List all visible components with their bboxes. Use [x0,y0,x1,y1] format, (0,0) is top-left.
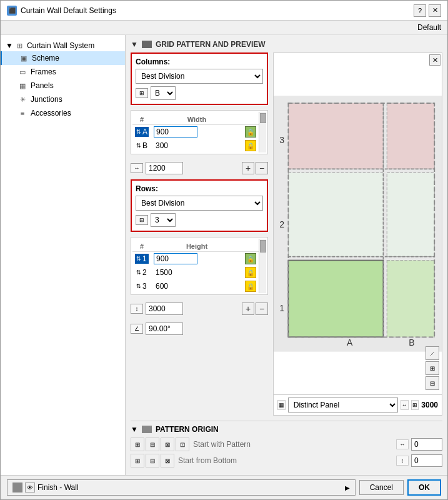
row-scrollbar-thumb [260,240,266,252]
col-data-table: # Width [132,114,259,152]
origin-icons-1: ⊞ ⊟ ⊠ ⊡ [131,438,189,451]
origin-value-icon-2: ↕ [396,456,409,466]
finish-label: Finish - Wall [37,483,79,492]
row-remove-button[interactable]: − [256,302,268,315]
sidebar-section-curtain[interactable]: ▼ ⊞ Curtain Wall System [1,40,125,51]
col-row-B-lock[interactable]: 🔒 [245,140,256,151]
dialog: ⬛ Curtain Wall Default Settings ? ✕ Defa… [0,0,448,500]
preview-close-button[interactable]: ✕ [429,54,441,66]
sidebar-item-frames[interactable]: ▭ Frames [1,65,125,79]
row-1-lock[interactable]: 🔒 [245,253,256,264]
pattern-origin-icon [142,426,152,433]
row-1-value-cell [151,252,242,266]
svg-rect-5 [288,260,383,337]
title-bar: ⬛ Curtain Wall Default Settings ? ✕ [1,1,447,21]
pattern-origin-chevron[interactable]: ▼ [131,425,138,434]
row-total-input[interactable] [146,302,183,315]
finish-button[interactable]: 👁 Finish - Wall ▶ [7,479,356,496]
origin-icon-btn-6[interactable]: ⊟ [146,454,159,468]
row-1-input[interactable] [154,253,197,264]
view-icon-2[interactable]: ⊞ [426,361,439,375]
origin-icon-btn-1[interactable]: ⊞ [131,438,144,451]
sidebar-item-accessories[interactable]: ≡ Accessories [1,106,125,120]
svg-rect-3 [288,172,383,257]
cancel-button[interactable]: Cancel [359,480,404,495]
row-2-num: 2 [142,268,147,277]
col-add-remove: + − [242,162,268,174]
angle-row: ∠ [131,322,268,335]
grid-collapse-chevron[interactable]: ▼ [131,40,138,49]
origin-value-group-2: ↕ [396,454,442,467]
columns-select[interactable]: Best Division Fixed Size Manual [136,69,263,84]
start-from-bottom-label: Start from Bottom [178,456,392,465]
close-button[interactable]: ✕ [429,4,441,17]
col-row-B-cell: ⇅ B [132,139,151,152]
col-table-container: # Width [131,110,268,154]
origin-value-2-input[interactable] [411,454,442,467]
main-content: ▼ GRID PATTERN AND PREVIEW Columns: Best… [126,35,447,475]
origin-value-1-input[interactable] [411,438,442,451]
row-table-inner: # Height [132,239,259,293]
row-2-spinner[interactable]: ⇅ [136,269,141,276]
col-row-A-input[interactable] [154,126,197,138]
col-total-input[interactable] [146,162,183,174]
origin-icon-btn-2[interactable]: ⊟ [146,438,159,451]
row-2-lock-cell: 🔒 [242,266,259,279]
help-button[interactable]: ? [414,4,426,17]
sidebar-label-accessories: Accessories [31,109,71,118]
ok-button[interactable]: OK [407,479,441,496]
distinct-panel-select[interactable]: Distinct Panel All Panels [288,398,398,412]
rows-row-controls: ⊟ 3 1 2 4 [136,213,263,227]
origin-icon-btn-7[interactable]: ⊠ [161,454,174,468]
grid-section-header: ▼ GRID PATTERN AND PREVIEW [131,40,442,49]
angle-input[interactable] [146,322,183,335]
origin-icon-btn-4[interactable]: ⊡ [176,438,189,451]
sidebar-item-scheme[interactable]: ▣ Scheme [1,51,125,65]
col-row-A-lock[interactable]: 🔒 [245,126,256,138]
origin-row-start-bottom: ⊞ ⊟ ⊠ Start from Bottom ↕ [131,454,442,468]
col-letter-select[interactable]: B A [151,86,176,100]
left-panel: Columns: Best Division Fixed Size Manual… [131,52,268,416]
col-row-A-spinner[interactable]: ⇅ [136,129,141,135]
col-label-B: B [409,338,414,348]
row-add-button[interactable]: + [242,302,254,315]
origin-row-start-pattern: ⊞ ⊟ ⊠ ⊡ Start with Pattern ↔ [131,438,442,451]
col-total-icon: ↔ [131,163,143,173]
col-row-B-value: 300 [154,141,170,151]
row-label-1: 1 [279,303,284,313]
sidebar-item-panels[interactable]: ▦ Panels [1,79,125,92]
origin-icon-btn-3[interactable]: ⊠ [161,438,174,451]
default-bar: Default [1,21,447,35]
view-icon-3[interactable]: ⊟ [426,376,439,390]
origin-icon-btn-5[interactable]: ⊞ [131,454,144,468]
col-row-A-selected: ⇅ A [132,125,151,139]
view-icon-1[interactable]: ⟋ [426,346,439,360]
row-3-lock[interactable]: 🔒 [245,281,256,292]
rows-count-select[interactable]: 3 1 2 4 [151,213,176,227]
row-3-lock-cell: 🔒 [242,279,259,293]
row-3-cell: ⇅ 3 [132,279,151,293]
pattern-origin-section: ▼ PATTERN ORIGIN ⊞ ⊟ ⊠ ⊡ [131,421,442,470]
sidebar-item-junctions[interactable]: ✳ Junctions [1,92,125,106]
row-1-cell: ⇅ 1 [132,252,151,266]
rows-select[interactable]: Best Division Fixed Size Manual [136,196,263,211]
row-height-header: Height [151,241,242,252]
origin-value-icon-1: ↔ [396,439,409,449]
col-row-B-spinner[interactable]: ⇅ [136,142,141,149]
table-row: ⇅ 2 1500 [132,266,259,279]
eye-icon: 👁 [25,482,35,492]
col-hash-header: # [132,114,151,125]
col-table-scrollbar[interactable] [259,112,266,152]
row-3-value-cell: 600 [151,279,242,293]
row-table-scrollbar[interactable] [259,239,266,293]
col-add-button[interactable]: + [242,162,254,174]
svg-rect-4 [387,172,434,257]
rows-grid-icon: ⊟ [136,215,148,225]
col-remove-button[interactable]: − [256,162,268,174]
preview-canvas: 3 2 1 A B [274,53,442,394]
row-2-lock[interactable]: 🔒 [245,267,256,278]
sidebar-section-label: Curtain Wall System [27,41,94,50]
row-3-spinner[interactable]: ⇅ [136,283,141,289]
row-1-spinner[interactable]: ⇅ [136,256,141,262]
title-controls: ? ✕ [414,4,441,17]
